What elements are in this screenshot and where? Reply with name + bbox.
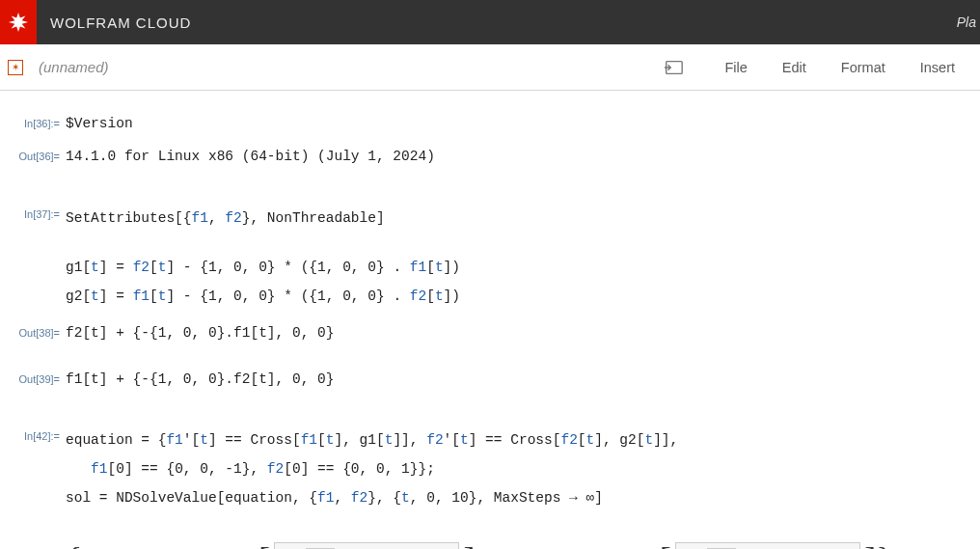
right-brace: } xyxy=(876,544,892,549)
document-title[interactable]: (unnamed) xyxy=(39,59,109,75)
left-bracket: [ xyxy=(660,544,671,549)
output-cell-38: Out[38]= f2[t] + {-{1, 0, 0}.f1[t], 0, 0… xyxy=(6,317,974,350)
menu-insert[interactable]: Insert xyxy=(920,60,955,75)
notebook-icon[interactable]: ✶ xyxy=(8,60,23,75)
input-cell-36[interactable]: In[36]:= $Version xyxy=(6,108,974,141)
cell-content: { InterpolatingFunction [ + Domain: {{0.… xyxy=(66,542,974,550)
cell-content[interactable]: SetAttributes[{f1, f2}, NonThreadable] g… xyxy=(66,205,974,312)
right-bracket: ] xyxy=(463,544,475,549)
output-cell-43: Out[43]= { InterpolatingFunction [ + Dom… xyxy=(6,536,974,550)
toolbar: ✶ (unnamed) File Edit Format Insert xyxy=(0,44,980,91)
cell-label: Out[38]= xyxy=(6,323,66,342)
interpolating-function-box[interactable]: + Domain: {{0., 10.}} Output dimensions:… xyxy=(675,542,860,550)
left-brace: { xyxy=(66,544,82,549)
deploy-icon[interactable] xyxy=(663,59,684,76)
wolfram-logo[interactable] xyxy=(0,0,37,44)
cell-content: f2[t] + {-{1, 0, 0}.f1[t], 0, 0} xyxy=(66,323,974,344)
cell-content[interactable]: $Version xyxy=(66,114,974,135)
cell-label: Out[36]= xyxy=(6,147,66,165)
input-cell-37[interactable]: In[37]:= SetAttributes[{f1, f2}, NonThre… xyxy=(6,199,974,317)
app-header: WOLFRAM CLOUD Pla xyxy=(0,0,980,44)
cell-content: 14.1.0 for Linux x86 (64-bit) (July 1, 2… xyxy=(66,147,974,168)
cell-label: In[42]:= xyxy=(6,426,66,445)
notebook-area[interactable]: In[36]:= $Version Out[36]= 14.1.0 for Li… xyxy=(0,91,980,549)
right-bracket: ] xyxy=(864,544,876,549)
interpolating-function-box[interactable]: + Domain: {{0., 10.}} Output dimensions:… xyxy=(274,542,459,550)
spikey-icon xyxy=(8,12,29,33)
cell-content: f1[t] + {-{1, 0, 0}.f2[t], 0, 0} xyxy=(66,370,974,391)
cell-label: Out[43]= xyxy=(6,542,66,550)
output-cell-36: Out[36]= 14.1.0 for Linux x86 (64-bit) (… xyxy=(6,141,974,174)
output-cell-39: Out[39]= f1[t] + {-{1, 0, 0}.f2[t], 0, 0… xyxy=(6,364,974,397)
cell-label: In[37]:= xyxy=(6,205,66,223)
cell-label: In[36]:= xyxy=(6,114,66,132)
input-cell-42[interactable]: In[42]:= equation = {f1'[t] == Cross[f1[… xyxy=(6,421,974,518)
menu-edit[interactable]: Edit xyxy=(782,60,806,75)
cell-label: Out[39]= xyxy=(6,370,66,388)
brand-title: WOLFRAM CLOUD xyxy=(50,14,191,31)
left-bracket: [ xyxy=(259,544,270,549)
cell-content[interactable]: equation = {f1'[t] == Cross[f1[t], g1[t]… xyxy=(66,426,974,512)
menu-file[interactable]: File xyxy=(724,60,747,75)
menu-format[interactable]: Format xyxy=(841,60,885,75)
plan-label[interactable]: Pla xyxy=(957,14,980,30)
